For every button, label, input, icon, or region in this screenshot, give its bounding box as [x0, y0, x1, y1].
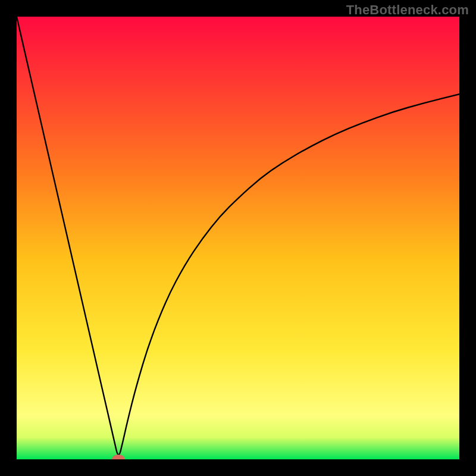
chart-frame: TheBottleneck.com	[0, 0, 476, 476]
chart-svg	[17, 17, 459, 459]
plot-area	[17, 17, 459, 459]
watermark-text: TheBottleneck.com	[346, 2, 469, 18]
gradient-background	[17, 17, 459, 459]
